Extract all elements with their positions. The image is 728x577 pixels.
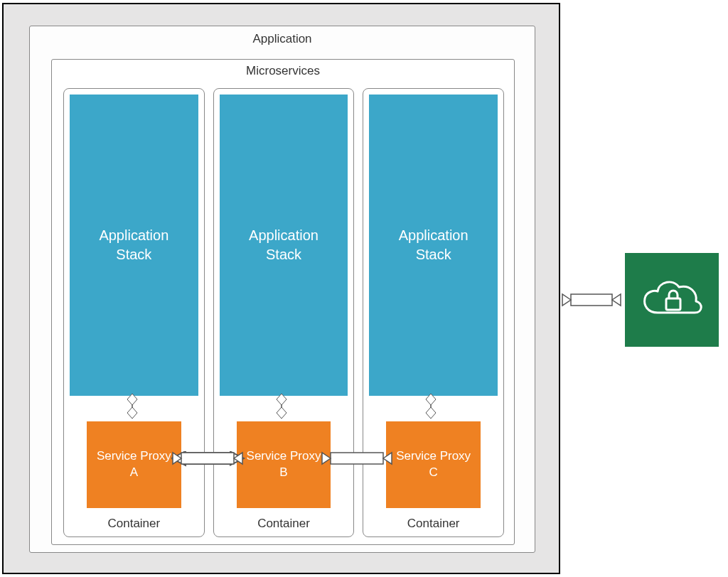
app-stack-a: ApplicationStack [70, 95, 198, 396]
secure-cloud-icon [636, 271, 707, 328]
app-stack-c: ApplicationStack [369, 95, 498, 396]
application-title: Application [30, 26, 535, 55]
app-to-cloud-connector [562, 294, 621, 306]
container-box-a: ApplicationStack Service ProxyA Containe… [63, 88, 205, 537]
container-box-c: ApplicationStack Service ProxyC Containe… [363, 88, 504, 537]
container-label-b: Container [214, 517, 354, 531]
containers-row: ApplicationStack Service ProxyA Containe… [63, 88, 504, 537]
service-proxy-c: Service ProxyC [386, 421, 481, 508]
container-label-c: Container [363, 517, 503, 531]
app-stack-b: ApplicationStack [220, 95, 348, 396]
outer-frame: Application Microservices ApplicationSta… [2, 3, 560, 574]
microservices-box: Microservices ApplicationStack Service P… [51, 59, 515, 545]
service-proxy-b: Service ProxyB [237, 421, 331, 508]
container-label-a: Container [64, 517, 204, 531]
secure-cloud-service [625, 253, 719, 347]
service-proxy-a: Service ProxyA [87, 421, 181, 508]
svg-rect-8 [571, 294, 612, 306]
container-box-b: ApplicationStack Service ProxyB Containe… [213, 88, 355, 537]
application-box: Application Microservices ApplicationSta… [29, 26, 535, 553]
svg-rect-9 [666, 298, 680, 310]
microservices-title: Microservices [52, 60, 514, 84]
